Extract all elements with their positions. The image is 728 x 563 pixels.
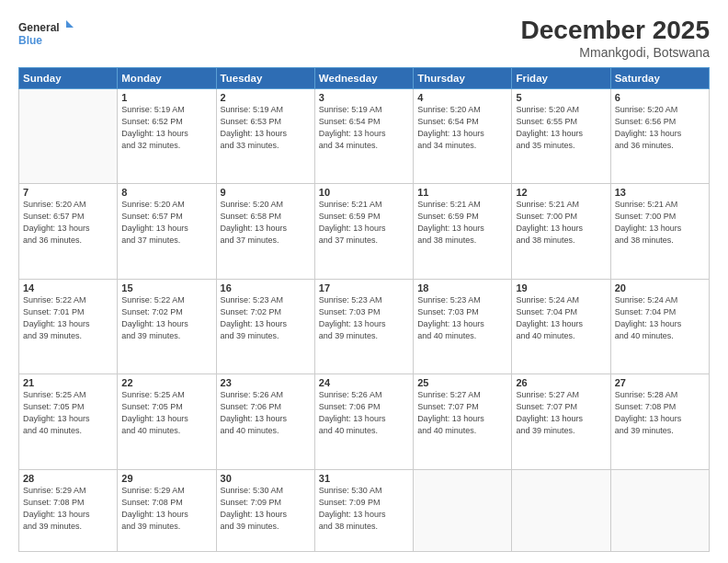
col-tuesday: Tuesday [216, 67, 314, 88]
svg-marker-2 [66, 20, 74, 28]
col-monday: Monday [118, 67, 216, 88]
calendar: Sunday Monday Tuesday Wednesday Thursday… [18, 67, 710, 552]
day-info: Sunrise: 5:25 AM Sunset: 7:05 PM Dayligh… [121, 389, 211, 437]
table-row: 27Sunrise: 5:28 AM Sunset: 7:08 PM Dayli… [610, 374, 709, 469]
table-row: 7Sunrise: 5:20 AM Sunset: 6:57 PM Daylig… [19, 184, 118, 279]
table-row [414, 469, 512, 551]
day-number: 12 [516, 187, 606, 198]
day-info: Sunrise: 5:20 AM Sunset: 6:55 PM Dayligh… [516, 104, 606, 152]
table-row: 23Sunrise: 5:26 AM Sunset: 7:06 PM Dayli… [216, 374, 314, 469]
table-row [512, 469, 610, 551]
day-info: Sunrise: 5:26 AM Sunset: 7:06 PM Dayligh… [221, 389, 311, 437]
day-number: 22 [121, 377, 211, 388]
day-info: Sunrise: 5:25 AM Sunset: 7:05 PM Dayligh… [23, 389, 113, 437]
day-number: 28 [23, 473, 113, 484]
logo: General Blue [18, 17, 74, 50]
svg-text:Blue: Blue [18, 34, 42, 47]
table-row: 30Sunrise: 5:30 AM Sunset: 7:09 PM Dayli… [216, 469, 314, 551]
table-row [610, 469, 709, 551]
table-row: 21Sunrise: 5:25 AM Sunset: 7:05 PM Dayli… [19, 374, 118, 469]
day-number: 8 [121, 187, 211, 198]
table-row: 14Sunrise: 5:22 AM Sunset: 7:01 PM Dayli… [19, 279, 118, 373]
day-number: 24 [319, 377, 409, 388]
table-row: 12Sunrise: 5:21 AM Sunset: 7:00 PM Dayli… [512, 184, 610, 279]
day-info: Sunrise: 5:22 AM Sunset: 7:02 PM Dayligh… [121, 294, 211, 342]
day-number: 1 [121, 92, 211, 103]
calendar-header-row: Sunday Monday Tuesday Wednesday Thursday… [19, 67, 710, 88]
day-info: Sunrise: 5:30 AM Sunset: 7:09 PM Dayligh… [221, 485, 311, 533]
day-number: 23 [221, 377, 311, 388]
day-number: 20 [615, 282, 705, 293]
day-info: Sunrise: 5:30 AM Sunset: 7:09 PM Dayligh… [319, 485, 409, 533]
col-saturday: Saturday [610, 67, 709, 88]
day-info: Sunrise: 5:29 AM Sunset: 7:08 PM Dayligh… [121, 485, 211, 533]
table-row: 20Sunrise: 5:24 AM Sunset: 7:04 PM Dayli… [610, 279, 709, 373]
col-thursday: Thursday [414, 67, 512, 88]
location: Mmankgodi, Botswana [521, 45, 710, 60]
table-row: 31Sunrise: 5:30 AM Sunset: 7:09 PM Dayli… [314, 469, 413, 551]
col-friday: Friday [512, 67, 610, 88]
title-block: December 2025 Mmankgodi, Botswana [521, 17, 710, 60]
day-info: Sunrise: 5:20 AM Sunset: 6:54 PM Dayligh… [417, 104, 507, 152]
day-number: 13 [615, 187, 705, 198]
day-number: 5 [516, 92, 606, 103]
table-row: 17Sunrise: 5:23 AM Sunset: 7:03 PM Dayli… [314, 279, 413, 373]
day-number: 7 [23, 187, 113, 198]
day-number: 25 [417, 377, 507, 388]
day-info: Sunrise: 5:21 AM Sunset: 6:59 PM Dayligh… [319, 199, 409, 247]
day-number: 31 [319, 473, 409, 484]
day-info: Sunrise: 5:27 AM Sunset: 7:07 PM Dayligh… [417, 389, 507, 437]
logo-svg: General Blue [18, 17, 74, 50]
col-sunday: Sunday [19, 67, 118, 88]
day-info: Sunrise: 5:22 AM Sunset: 7:01 PM Dayligh… [23, 294, 113, 342]
table-row: 28Sunrise: 5:29 AM Sunset: 7:08 PM Dayli… [19, 469, 118, 551]
day-info: Sunrise: 5:23 AM Sunset: 7:03 PM Dayligh… [417, 294, 507, 342]
col-wednesday: Wednesday [314, 67, 413, 88]
day-info: Sunrise: 5:21 AM Sunset: 7:00 PM Dayligh… [516, 199, 606, 247]
day-info: Sunrise: 5:21 AM Sunset: 6:59 PM Dayligh… [417, 199, 507, 247]
day-number: 2 [221, 92, 311, 103]
day-info: Sunrise: 5:24 AM Sunset: 7:04 PM Dayligh… [615, 294, 705, 342]
day-info: Sunrise: 5:20 AM Sunset: 6:57 PM Dayligh… [23, 199, 113, 247]
table-row: 9Sunrise: 5:20 AM Sunset: 6:58 PM Daylig… [216, 184, 314, 279]
day-info: Sunrise: 5:21 AM Sunset: 7:00 PM Dayligh… [615, 199, 705, 247]
table-row: 29Sunrise: 5:29 AM Sunset: 7:08 PM Dayli… [118, 469, 216, 551]
day-number: 15 [121, 282, 211, 293]
day-number: 27 [615, 377, 705, 388]
table-row: 25Sunrise: 5:27 AM Sunset: 7:07 PM Dayli… [414, 374, 512, 469]
svg-text:General: General [18, 21, 60, 34]
day-number: 19 [516, 282, 606, 293]
day-info: Sunrise: 5:20 AM Sunset: 6:56 PM Dayligh… [615, 104, 705, 152]
day-number: 14 [23, 282, 113, 293]
day-number: 4 [417, 92, 507, 103]
table-row: 4Sunrise: 5:20 AM Sunset: 6:54 PM Daylig… [414, 88, 512, 183]
day-info: Sunrise: 5:20 AM Sunset: 6:57 PM Dayligh… [121, 199, 211, 247]
day-number: 18 [417, 282, 507, 293]
day-number: 3 [319, 92, 409, 103]
day-number: 6 [615, 92, 705, 103]
table-row: 10Sunrise: 5:21 AM Sunset: 6:59 PM Dayli… [314, 184, 413, 279]
table-row: 19Sunrise: 5:24 AM Sunset: 7:04 PM Dayli… [512, 279, 610, 373]
day-number: 17 [319, 282, 409, 293]
header: General Blue December 2025 Mmankgodi, Bo… [18, 17, 710, 60]
day-info: Sunrise: 5:19 AM Sunset: 6:52 PM Dayligh… [121, 104, 211, 152]
day-number: 21 [23, 377, 113, 388]
day-info: Sunrise: 5:19 AM Sunset: 6:53 PM Dayligh… [221, 104, 311, 152]
table-row: 11Sunrise: 5:21 AM Sunset: 6:59 PM Dayli… [414, 184, 512, 279]
table-row: 2Sunrise: 5:19 AM Sunset: 6:53 PM Daylig… [216, 88, 314, 183]
day-info: Sunrise: 5:26 AM Sunset: 7:06 PM Dayligh… [319, 389, 409, 437]
day-info: Sunrise: 5:19 AM Sunset: 6:54 PM Dayligh… [319, 104, 409, 152]
day-info: Sunrise: 5:28 AM Sunset: 7:08 PM Dayligh… [615, 389, 705, 437]
day-number: 11 [417, 187, 507, 198]
day-info: Sunrise: 5:27 AM Sunset: 7:07 PM Dayligh… [516, 389, 606, 437]
day-info: Sunrise: 5:20 AM Sunset: 6:58 PM Dayligh… [221, 199, 311, 247]
table-row: 18Sunrise: 5:23 AM Sunset: 7:03 PM Dayli… [414, 279, 512, 373]
table-row: 26Sunrise: 5:27 AM Sunset: 7:07 PM Dayli… [512, 374, 610, 469]
day-info: Sunrise: 5:23 AM Sunset: 7:02 PM Dayligh… [221, 294, 311, 342]
day-info: Sunrise: 5:23 AM Sunset: 7:03 PM Dayligh… [319, 294, 409, 342]
month-year: December 2025 [521, 17, 710, 45]
day-number: 30 [221, 473, 311, 484]
table-row [19, 88, 118, 183]
table-row: 13Sunrise: 5:21 AM Sunset: 7:00 PM Dayli… [610, 184, 709, 279]
table-row: 16Sunrise: 5:23 AM Sunset: 7:02 PM Dayli… [216, 279, 314, 373]
